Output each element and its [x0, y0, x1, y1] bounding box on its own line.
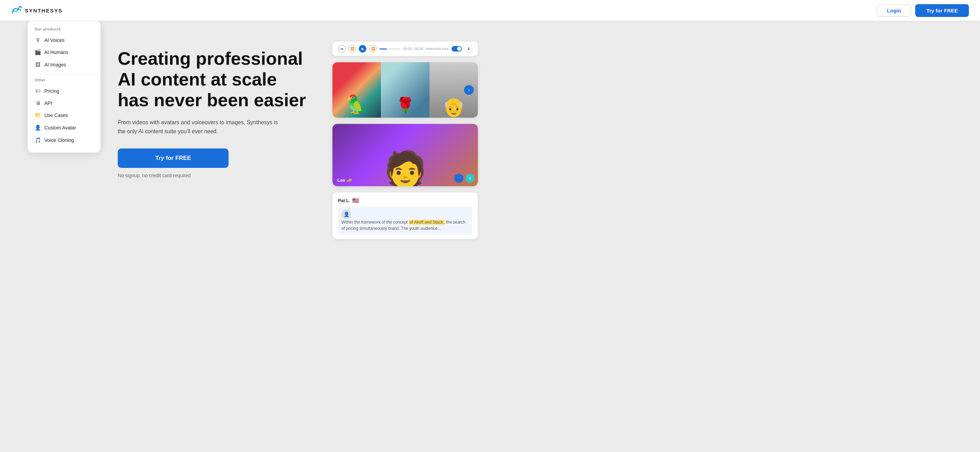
comment-header: Pat L. 🇺🇸	[338, 197, 473, 204]
comment-text: Within the framework of the concept of A…	[342, 219, 469, 232]
video-player-bar: ⏮ ⏪ ▶ ⏩ 00:00 / 00:58 Watermark track ⬇	[332, 41, 478, 56]
player-time: 00:00 / 00:58	[403, 47, 423, 51]
hero-text: Creating professional AI content at scal…	[118, 41, 312, 178]
image-parrot	[332, 62, 381, 118]
hero-subtitle: From videos with avatars and voiceovers …	[118, 118, 284, 136]
menu-label-api: API	[45, 100, 52, 106]
menu-label-pricing: Pricing	[45, 88, 59, 94]
logo: SYNTHESYS	[11, 5, 63, 16]
avatar-card: 🧑 Lee 🇺🇸 ⋯ ℹ	[332, 124, 478, 186]
image-icon: 🖼	[35, 62, 41, 68]
comment-bubble: 👤 Within the framework of the concept of…	[338, 207, 473, 234]
logo-text: SYNTHESYS	[25, 8, 63, 14]
hero-visuals: ⏮ ⏪ ▶ ⏩ 00:00 / 00:58 Watermark track ⬇	[332, 41, 478, 239]
image-grid-card: ›	[332, 62, 478, 118]
menu-divider	[28, 74, 100, 75]
monitor-icon: 🖥	[35, 100, 41, 106]
menu-item-use-cases[interactable]: 📁 Use Cases	[28, 109, 100, 122]
player-prev-button[interactable]: ⏪	[348, 45, 356, 52]
image-grid	[332, 62, 478, 118]
mic-icon: 🎙	[35, 37, 41, 43]
carousel-next-button[interactable]: ›	[464, 85, 474, 95]
player-play-button[interactable]: ▶	[359, 45, 366, 52]
video-icon: 🎬	[35, 49, 41, 56]
player-progress-fill	[380, 48, 387, 49]
folder-icon: 📁	[35, 112, 41, 118]
avatar-actions: ⋯ ℹ	[454, 174, 474, 183]
comment-flag: 🇺🇸	[352, 197, 359, 204]
page-wrapper: Creating professional AI content at scal…	[0, 0, 980, 452]
nav-actions: Login Try for FREE	[877, 4, 969, 17]
avatar-name-label: Lee 🇺🇸	[337, 178, 352, 183]
hero-section: Creating professional AI content at scal…	[0, 21, 980, 452]
login-button[interactable]: Login	[877, 5, 911, 17]
image-rose	[381, 62, 430, 118]
menu-label-ai-voices: AI Voices	[45, 37, 64, 43]
nav-try-button[interactable]: Try for FREE	[915, 4, 969, 17]
menu-item-api[interactable]: 🖥 API	[28, 97, 100, 109]
person-icon: 👤	[35, 125, 41, 131]
tag-icon: 🏷	[35, 88, 41, 94]
menu-item-custom-avatar[interactable]: 👤 Custom Avatar	[28, 122, 100, 134]
hero-note: No signup, no credit card required	[118, 173, 312, 178]
logo-icon	[11, 5, 22, 16]
player-watermark-toggle[interactable]	[452, 46, 462, 52]
player-skip-back-button[interactable]: ⏮	[338, 45, 345, 52]
menu-label-ai-images: AI Images	[45, 62, 66, 68]
waveform-icon: 🎵	[35, 137, 41, 143]
menu-label-voice-cloning: Voice Cloning	[45, 137, 74, 143]
comment-card: Pat L. 🇺🇸 👤 Within the framework of the …	[332, 192, 478, 239]
menu-item-voice-cloning[interactable]: 🎵 Voice Cloning	[28, 134, 100, 146]
menu-item-ai-voices[interactable]: 🎙 AI Voices	[28, 34, 100, 46]
dropdown-menu: Our products 🎙 AI Voices 🎬 AI Humans 🖼 A…	[28, 21, 100, 152]
hero-title: Creating professional AI content at scal…	[118, 48, 312, 110]
avatar-name: Lee	[337, 178, 345, 183]
navbar: SYNTHESYS Login Try for FREE	[0, 0, 980, 21]
comment-author-label: Pat L.	[338, 198, 350, 203]
comment-highlight: of Akoff and Stack,	[409, 220, 445, 225]
player-progress[interactable]	[380, 48, 400, 49]
avatar-more-button[interactable]: ⋯	[454, 174, 463, 183]
menu-label-custom-avatar: Custom Avatar	[45, 125, 76, 130]
hero-cta-button[interactable]: Try for FREE	[118, 149, 229, 168]
player-download-button[interactable]: ⬇	[465, 45, 473, 52]
avatar-image: 🧑	[384, 152, 427, 186]
menu-item-pricing[interactable]: 🏷 Pricing	[28, 85, 100, 97]
menu-label-ai-humans: AI Humans	[45, 49, 68, 55]
avatar-flag: 🇺🇸	[346, 178, 352, 183]
menu-item-ai-humans[interactable]: 🎬 AI Humans	[28, 46, 100, 59]
player-watermark-label: Watermark track	[426, 47, 449, 51]
menu-label-use-cases: Use Cases	[45, 113, 68, 118]
other-section-label: Other	[28, 78, 100, 85]
comment-avatar: 👤	[342, 209, 351, 219]
player-next-button[interactable]: ⏩	[369, 45, 377, 52]
menu-item-ai-images[interactable]: 🖼 AI Images	[28, 59, 100, 71]
avatar-info-button[interactable]: ℹ	[465, 174, 474, 183]
products-section-label: Our products	[28, 27, 100, 34]
